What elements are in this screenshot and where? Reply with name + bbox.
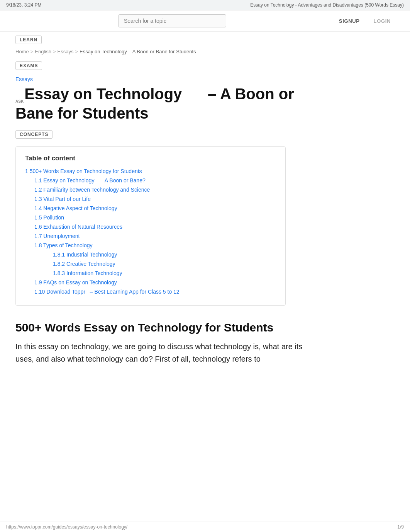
essays-link[interactable]: Essays (15, 76, 317, 82)
toc-link-1-8[interactable]: 1.8 Types of Technology (34, 242, 92, 248)
breadcrumb: Home > English > Essays > Essay on Techn… (0, 46, 410, 58)
ask-label: ASK (15, 99, 24, 104)
toc-item-1-8-3: 1.8.3 Information Technology (53, 270, 276, 277)
toc-link-1-4[interactable]: 1.4 Negative Aspect of Technology (34, 205, 117, 211)
toc-item-1-2: 1.2 Familiarity between Technology and S… (34, 186, 276, 193)
toc-link-1[interactable]: 1 500+ Words Essay on Technology for Stu… (25, 168, 142, 174)
table-of-contents: Table of content 1 500+ Words Essay on T… (15, 146, 286, 306)
toc-sublist-1-8: 1.8.1 Industrial Technology 1.8.2 Creati… (53, 251, 276, 277)
concepts-pill: CONCEPTS (15, 130, 53, 139)
toc-link-1-7[interactable]: 1.7 Unemployment (34, 233, 80, 239)
toc-sublist-1: 1.1 Essay on Technology – A Boon or Bane… (34, 177, 276, 295)
toc-item-1-8-2: 1.8.2 Creative Technology (53, 260, 276, 267)
top-nav: SIGNUP LOGIN (0, 10, 410, 32)
browser-page-title: Essay on Technology - Advantages and Dis… (250, 2, 404, 8)
toc-link-1-3[interactable]: 1.3 Vital Part of our Life (34, 196, 91, 202)
toc-link-1-10[interactable]: 1.10 Download Toppr – Best Learning App … (34, 289, 180, 295)
toc-item-1-9: 1.9 FAQs on Essay on Technology (34, 279, 276, 286)
browser-timestamp: 9/18/23, 3:24 PM (6, 2, 41, 8)
signup-button[interactable]: SIGNUP (335, 16, 364, 26)
browser-bar: 9/18/23, 3:24 PM Essay on Technology - A… (0, 0, 410, 10)
breadcrumb-home[interactable]: Home (15, 49, 29, 54)
body-paragraph: In this essay on technology, we are goin… (15, 340, 317, 365)
section-heading: 500+ Words Essay on Technology for Stude… (15, 321, 317, 334)
concepts-tag-container: CONCEPTS (15, 130, 317, 146)
toc-item-1: 1 500+ Words Essay on Technology for Stu… (25, 168, 276, 295)
page-title: ASKEssay on Technology – A Boon or Bane … (15, 85, 317, 122)
toc-item-1-8-1: 1.8.1 Industrial Technology (53, 251, 276, 258)
search-input[interactable] (118, 14, 226, 27)
toc-item-1-4: 1.4 Negative Aspect of Technology (34, 205, 276, 212)
breadcrumb-english[interactable]: English (35, 49, 51, 54)
login-button[interactable]: LOGIN (370, 16, 395, 26)
breadcrumb-sep1: > (30, 49, 34, 54)
breadcrumb-sep2: > (53, 49, 56, 54)
exams-tag-container: EXAMS (0, 58, 410, 71)
toc-item-1-10: 1.10 Download Toppr – Best Learning App … (34, 288, 276, 295)
toc-item-1-5: 1.5 Pollution (34, 214, 276, 221)
toc-item-1-6: 1.6 Exhaustion of Natural Resources (34, 223, 276, 230)
toc-title: Table of content (25, 155, 276, 162)
page-title-text: Essay on Technology – A Boon or Bane for… (15, 85, 294, 122)
toc-link-1-2[interactable]: 1.2 Familiarity between Technology and S… (34, 187, 150, 193)
toc-link-1-9[interactable]: 1.9 FAQs on Essay on Technology (34, 279, 117, 286)
breadcrumb-essays[interactable]: Essays (58, 49, 74, 54)
toc-item-1-1: 1.1 Essay on Technology – A Boon or Bane… (34, 177, 276, 184)
toc-link-1-1[interactable]: 1.1 Essay on Technology – A Boon or Bane… (34, 177, 146, 184)
main-content: Essays ASKEssay on Technology – A Boon o… (0, 76, 332, 365)
toc-link-1-6[interactable]: 1.6 Exhaustion of Natural Resources (34, 224, 122, 230)
toc-item-1-3: 1.3 Vital Part of our Life (34, 195, 276, 202)
breadcrumb-essay-on-tech: Essay on Technology (80, 49, 127, 54)
toc-link-1-8-2[interactable]: 1.8.2 Creative Technology (53, 261, 115, 267)
learn-pill: LEARN (15, 36, 42, 44)
toc-item-1-7: 1.7 Unemployment (34, 233, 276, 240)
toc-list: 1 500+ Words Essay on Technology for Stu… (25, 168, 276, 295)
toc-item-1-8: 1.8 Types of Technology 1.8.1 Industrial… (34, 242, 276, 277)
toc-link-1-8-1[interactable]: 1.8.1 Industrial Technology (53, 252, 117, 258)
breadcrumb-rest: – A Boon or Bane for Students (129, 49, 196, 54)
learn-tag: LEARN (0, 32, 410, 46)
exams-pill: EXAMS (15, 61, 42, 70)
toc-link-1-8-3[interactable]: 1.8.3 Information Technology (53, 270, 122, 276)
toc-link-1-5[interactable]: 1.5 Pollution (34, 214, 64, 221)
breadcrumb-sep3: > (75, 49, 78, 54)
